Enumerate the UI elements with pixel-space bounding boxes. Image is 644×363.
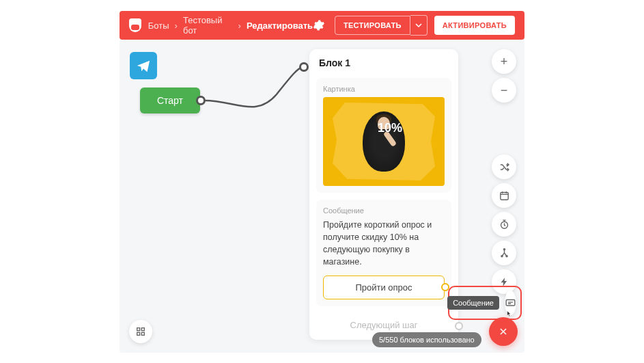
block-image-section[interactable]: Картинка 10% — [316, 78, 451, 193]
flow-canvas[interactable]: Старт Блок 1 Картинка 10% Сообщение — [120, 40, 524, 353]
brand-logo-icon — [129, 18, 141, 32]
message-label: Сообщение — [323, 206, 445, 215]
next-step-output-port[interactable] — [455, 322, 463, 330]
block-card[interactable]: Блок 1 Картинка 10% Сообщение Пройдите к… — [309, 49, 458, 340]
block-counter-badge: 5/550 блоков использовано — [372, 332, 481, 347]
zoom-in-button[interactable]: + — [492, 49, 516, 74]
plus-icon: + — [501, 55, 508, 69]
minus-icon: − — [501, 83, 508, 98]
tooltip-message: Сообщение — [447, 296, 499, 310]
breadcrumb-parent[interactable]: Тестовый бот — [183, 15, 233, 36]
survey-button[interactable]: Пройти опрос — [323, 275, 445, 299]
start-node[interactable]: Старт — [140, 88, 200, 113]
tool-message-highlight: Сообщение — [448, 286, 522, 320]
block-input-port[interactable] — [299, 62, 309, 72]
message-text: Пройдите короткий опрос и получите скидк… — [323, 219, 445, 269]
shuffle-icon — [499, 161, 510, 173]
message-icon — [505, 297, 516, 309]
test-button[interactable]: ТЕСТИРОВАТЬ — [335, 16, 410, 35]
zoom-out-button[interactable]: − — [492, 78, 516, 103]
caret-down-icon — [415, 22, 422, 29]
telegram-channel-icon[interactable] — [130, 52, 157, 79]
svg-point-3 — [501, 255, 502, 256]
breadcrumb-root[interactable]: Боты — [148, 21, 169, 31]
block-message-section[interactable]: Сообщение Пройдите короткий опрос и полу… — [316, 200, 451, 306]
test-dropdown-button[interactable] — [410, 15, 428, 36]
calendar-icon — [499, 190, 510, 202]
close-fab-button[interactable] — [489, 317, 518, 346]
tool-calendar-button[interactable] — [492, 183, 516, 208]
tool-branch-button[interactable] — [492, 241, 516, 265]
tool-clock-button[interactable] — [492, 212, 516, 237]
tool-message-button[interactable] — [505, 291, 516, 315]
arrange-toggle-button[interactable] — [129, 320, 152, 343]
grid-align-icon — [135, 326, 146, 337]
discount-sign: 10% — [378, 121, 405, 139]
survey-button-label: Пройти опрос — [355, 282, 412, 293]
next-step-label: Следующий шаг — [350, 320, 418, 330]
activate-button[interactable]: АКТИВИРОВАТЬ — [434, 16, 515, 35]
top-bar: Боты › Тестовый бот › Редактировать ТЕСТ… — [120, 11, 524, 40]
close-icon — [499, 327, 508, 336]
svg-rect-8 — [137, 332, 140, 335]
block-title[interactable]: Блок 1 — [309, 49, 458, 74]
chevron-right-icon: › — [238, 21, 241, 31]
svg-rect-0 — [500, 192, 507, 200]
settings-gear-icon[interactable] — [313, 18, 325, 32]
breadcrumb-current: Редактировать — [247, 21, 313, 31]
tool-shuffle-button[interactable] — [492, 154, 516, 179]
svg-rect-6 — [137, 328, 140, 331]
paper-plane-icon — [136, 58, 151, 73]
svg-rect-7 — [141, 328, 144, 331]
chevron-right-icon: › — [175, 21, 178, 31]
start-node-output-port[interactable] — [196, 96, 206, 105]
svg-point-4 — [505, 255, 507, 256]
clock-icon — [499, 219, 510, 230]
block-image-preview[interactable]: 10% — [323, 97, 445, 186]
image-label: Картинка — [323, 85, 445, 93]
branch-icon — [499, 247, 510, 259]
svg-rect-9 — [141, 332, 144, 335]
